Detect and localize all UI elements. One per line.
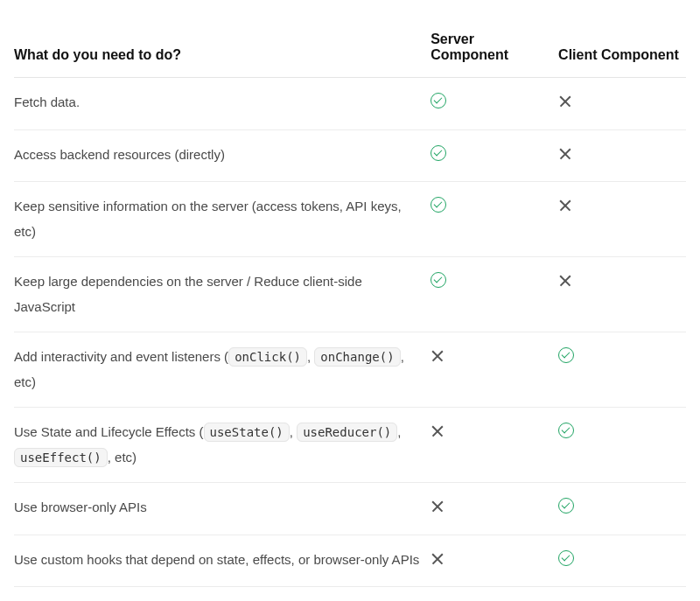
task-text: , xyxy=(290,424,297,439)
task-text: Use State and Lifecycle Effects ( xyxy=(14,424,204,439)
cell-server xyxy=(430,535,558,587)
column-header-server: Server Component xyxy=(430,17,558,78)
cell-client xyxy=(558,587,686,602)
cell-server xyxy=(430,587,558,602)
code-token: useReducer() xyxy=(297,423,397,442)
table-row: Use React Class components↗ xyxy=(14,587,686,602)
code-token: onChange() xyxy=(314,347,400,367)
cell-client xyxy=(558,257,686,332)
check-circle-icon xyxy=(430,272,446,288)
cell-task: Use browser-only APIs xyxy=(14,483,430,535)
table-row: Use State and Lifecycle Effects (useStat… xyxy=(14,408,686,483)
cross-icon xyxy=(430,552,444,566)
cell-client xyxy=(558,129,686,182)
cross-icon xyxy=(430,500,444,514)
column-header-task: What do you need to do? xyxy=(14,17,430,78)
cross-icon xyxy=(558,199,572,213)
table-row: Keep sensitive information on the server… xyxy=(14,182,686,257)
cell-server xyxy=(430,332,558,408)
cell-client xyxy=(558,332,686,408)
check-circle-icon xyxy=(430,93,446,108)
cell-task: Use React Class components↗ xyxy=(14,587,430,602)
cell-server xyxy=(430,483,558,535)
check-circle-icon xyxy=(558,423,574,438)
cell-task: Keep large dependencies on the server / … xyxy=(14,257,430,332)
cell-task: Use State and Lifecycle Effects (useStat… xyxy=(14,408,430,483)
table-row: Fetch data. xyxy=(14,78,686,130)
cross-icon xyxy=(558,147,572,161)
code-token: useState() xyxy=(204,423,290,442)
cell-client xyxy=(558,78,686,130)
cell-client xyxy=(558,182,686,257)
cell-client xyxy=(558,408,686,483)
cell-client xyxy=(558,535,686,587)
cell-task: Keep sensitive information on the server… xyxy=(14,182,430,257)
cell-task: Add interactivity and event listeners (o… xyxy=(14,332,430,408)
check-circle-icon xyxy=(430,197,446,213)
column-header-client: Client Component xyxy=(558,17,686,78)
task-text: Access backend resources (directly) xyxy=(14,147,225,162)
comparison-table: What do you need to do? Server Component… xyxy=(14,17,686,601)
table-row: Use custom hooks that depend on state, e… xyxy=(14,535,686,587)
task-text: , etc) xyxy=(108,450,136,465)
task-text: Fetch data. xyxy=(14,94,80,109)
cell-server xyxy=(430,78,558,130)
cell-task: Fetch data. xyxy=(14,78,430,130)
code-token: onClick() xyxy=(228,347,307,367)
table-row: Keep large dependencies on the server / … xyxy=(14,257,686,332)
task-text: , xyxy=(397,424,401,439)
cell-server xyxy=(430,257,558,332)
check-circle-icon xyxy=(558,347,574,363)
cell-task: Access backend resources (directly) xyxy=(14,129,430,182)
task-text: Use browser-only APIs xyxy=(14,500,147,514)
code-token: useEffect() xyxy=(14,448,108,467)
task-text: Use custom hooks that depend on state, e… xyxy=(14,552,419,567)
task-text: Keep sensitive information on the server… xyxy=(14,199,402,239)
table-row: Access backend resources (directly) xyxy=(14,129,686,182)
task-text: Keep large dependencies on the server / … xyxy=(14,274,362,314)
cross-icon xyxy=(430,424,444,438)
cross-icon xyxy=(430,349,444,363)
check-circle-icon xyxy=(430,145,446,161)
cell-server xyxy=(430,129,558,182)
cell-server xyxy=(430,182,558,257)
cell-client xyxy=(558,483,686,535)
task-text: Add interactivity and event listeners ( xyxy=(14,349,228,364)
check-circle-icon xyxy=(558,498,574,514)
cross-icon xyxy=(558,94,572,108)
table-header-row: What do you need to do? Server Component… xyxy=(14,17,686,78)
table-row: Add interactivity and event listeners (o… xyxy=(14,332,686,408)
table-row: Use browser-only APIs xyxy=(14,483,686,535)
check-circle-icon xyxy=(558,550,574,566)
cell-task: Use custom hooks that depend on state, e… xyxy=(14,535,430,587)
cross-icon xyxy=(558,274,572,288)
cell-server xyxy=(430,408,558,483)
